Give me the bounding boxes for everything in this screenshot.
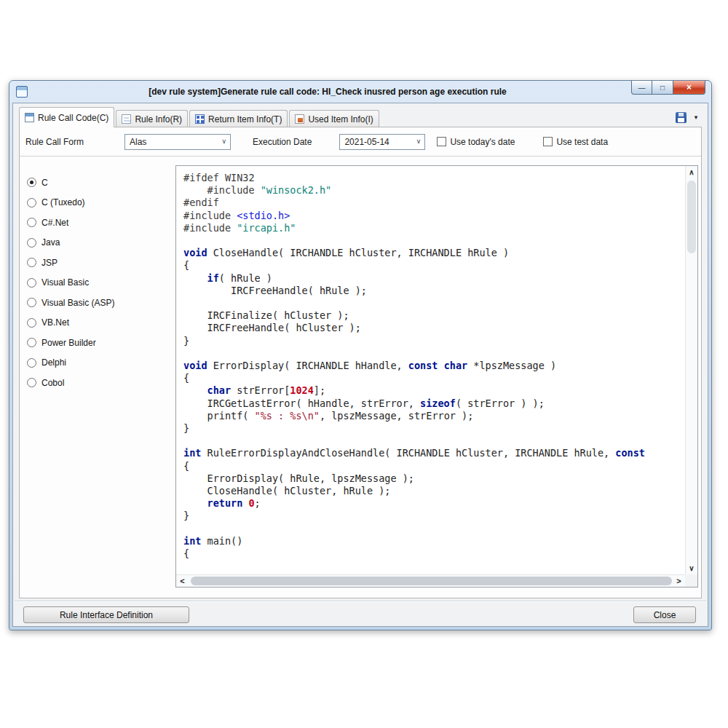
execution-date-select[interactable]: 2021-05-14 ∨ — [339, 134, 425, 150]
scroll-up-icon[interactable]: ∧ — [686, 166, 697, 178]
window-body: Rule Call Code(C)Rule Info(R)Return Item… — [12, 103, 708, 627]
language-option-c[interactable]: C — [21, 173, 174, 193]
use-todays-date-label: Use today's date — [450, 137, 515, 147]
save-button[interactable] — [673, 110, 688, 124]
rule-call-code-icon — [25, 113, 34, 122]
radio-icon — [27, 298, 36, 307]
tab-label: Used Item Info(I) — [308, 114, 373, 124]
code-line: IRCGetLastError( hHandle, strError, size… — [183, 397, 685, 410]
language-option-jsp[interactable]: JSP — [21, 253, 174, 273]
tab-return-item-info-t[interactable]: Return Item Info(T) — [189, 110, 288, 127]
language-option-visual-basic[interactable]: Visual Basic — [21, 273, 174, 293]
code-line: return 0; — [183, 497, 685, 510]
tab-bar: Rule Call Code(C)Rule Info(R)Return Item… — [19, 107, 702, 127]
language-list: CC (Tuxedo)C#.NetJavaJSPVisual BasicVisu… — [21, 165, 174, 587]
horizontal-scrollbar[interactable]: < > — [176, 574, 685, 587]
language-option-c-net[interactable]: C#.Net — [21, 213, 174, 233]
checkbox-icon — [543, 137, 553, 146]
rule-call-form-value: Alas — [130, 137, 146, 147]
code-line: #include <stdio.h> — [183, 210, 685, 222]
code-line: IRCFreeHandle( hRule ); — [183, 285, 685, 297]
chevron-down-icon: ▾ — [695, 114, 698, 121]
radio-icon — [27, 378, 36, 387]
scroll-right-icon[interactable]: > — [673, 575, 685, 587]
code-line: { — [183, 460, 685, 472]
return-item-info-icon — [195, 114, 205, 124]
language-option-delphi[interactable]: Delphi — [21, 353, 174, 373]
code-line: void CloseHandle( IRCHANDLE hCluster, IR… — [183, 247, 685, 259]
toolbar: Rule Call Form Alas ∨ Execution Date 202… — [20, 127, 701, 157]
window-controls: — □ × — [631, 81, 705, 95]
code-line: CloseHandle( hCluster, hRule ); — [183, 485, 685, 497]
code-line: #endif — [183, 197, 685, 209]
tab-used-item-info-i[interactable]: Used Item Info(I) — [289, 110, 379, 127]
code-line: void ErrorDisplay( IRCHANDLE hHandle, co… — [183, 360, 685, 372]
window-close-button[interactable]: × — [673, 81, 705, 95]
rule-interface-definition-button[interactable]: Rule Interface Definition — [23, 606, 189, 623]
rule-call-form-select[interactable]: Alas ∨ — [124, 134, 231, 150]
scroll-left-icon[interactable]: < — [176, 575, 189, 587]
code-line: } — [183, 335, 685, 347]
save-dropdown-button[interactable]: ▾ — [690, 110, 702, 124]
execution-date-label: Execution Date — [253, 137, 312, 147]
rule-info-icon — [122, 114, 131, 124]
code-line: IRCFinalize( hCluster ); — [183, 309, 685, 322]
code-line: ErrorDisplay( hRule, lpszMessage ); — [183, 472, 685, 485]
code-area: #ifdef WIN32 #include "winsock2.h"#endif… — [175, 165, 698, 587]
chevron-down-icon: ∨ — [221, 138, 226, 145]
title-bar[interactable]: [dev rule system]Generate rule call code… — [9, 81, 711, 103]
tab-label: Return Item Info(T) — [208, 114, 282, 124]
close-icon: × — [687, 82, 692, 92]
use-todays-date-checkbox[interactable]: Use today's date — [437, 137, 515, 147]
code-line: char strError[1024]; — [183, 384, 685, 397]
used-item-info-icon — [295, 114, 304, 124]
use-test-data-label: Use test data — [556, 137, 608, 147]
code-line: int RuleErrorDisplayAndCloseHandle( IRCH… — [183, 447, 685, 459]
code-line: } — [183, 422, 685, 435]
tab-rule-info-r[interactable]: Rule Info(R) — [116, 110, 188, 127]
code-line: printf( "%s : %s\n", lpszMessage, strErr… — [183, 410, 685, 422]
language-label: Visual Basic (ASP) — [41, 298, 114, 308]
code-line: } — [183, 510, 685, 522]
language-option-visual-basic-asp[interactable]: Visual Basic (ASP) — [21, 293, 174, 313]
code-view[interactable]: #ifdef WIN32 #include "winsock2.h"#endif… — [176, 166, 685, 574]
scroll-down-icon[interactable]: ∨ — [686, 562, 697, 574]
radio-icon — [27, 218, 36, 227]
code-line: { — [183, 547, 685, 560]
code-line: #include "winsock2.h" — [183, 184, 685, 197]
window-title: [dev rule system]Generate rule call code… — [31, 81, 624, 103]
horizontal-scroll-thumb[interactable] — [191, 577, 672, 585]
language-option-c-tuxedo[interactable]: C (Tuxedo) — [21, 193, 174, 213]
save-area: ▾ — [673, 110, 702, 124]
chevron-down-icon: ∨ — [416, 138, 422, 145]
language-label: VB.Net — [41, 317, 69, 328]
language-option-cobol[interactable]: Cobol — [21, 373, 174, 393]
rule-call-form-label: Rule Call Form — [25, 137, 124, 147]
tab-rule-call-code-c[interactable]: Rule Call Code(C) — [19, 107, 114, 127]
save-icon — [676, 112, 687, 123]
code-line — [183, 234, 685, 247]
tab-label: Rule Call Code(C) — [38, 113, 108, 123]
radio-icon — [27, 318, 36, 328]
use-test-data-checkbox[interactable]: Use test data — [543, 137, 608, 147]
language-option-vb-net[interactable]: VB.Net — [21, 313, 174, 333]
vertical-scrollbar[interactable]: ∧ ∨ — [685, 166, 697, 574]
code-line: int main() — [183, 535, 685, 547]
language-option-power-builder[interactable]: Power Builder — [21, 333, 174, 353]
code-line — [183, 435, 685, 447]
language-label: C — [41, 178, 48, 188]
radio-icon — [27, 358, 36, 368]
execution-date-value: 2021-05-14 — [344, 137, 389, 147]
language-option-java[interactable]: Java — [21, 233, 174, 253]
maximize-button[interactable]: □ — [652, 81, 673, 95]
scrollbar-corner — [685, 574, 697, 587]
checkbox-icon — [437, 137, 446, 146]
code-line: if( hRule ) — [183, 272, 685, 285]
radio-icon — [27, 258, 36, 267]
language-label: Visual Basic — [41, 277, 89, 288]
close-dialog-button[interactable]: Close — [633, 606, 696, 623]
minimize-button[interactable]: — — [631, 81, 652, 95]
code-line: #ifdef WIN32 — [183, 172, 685, 184]
tab-bar-tabs: Rule Call Code(C)Rule Info(R)Return Item… — [19, 107, 381, 127]
vertical-scroll-thumb[interactable] — [687, 181, 696, 253]
